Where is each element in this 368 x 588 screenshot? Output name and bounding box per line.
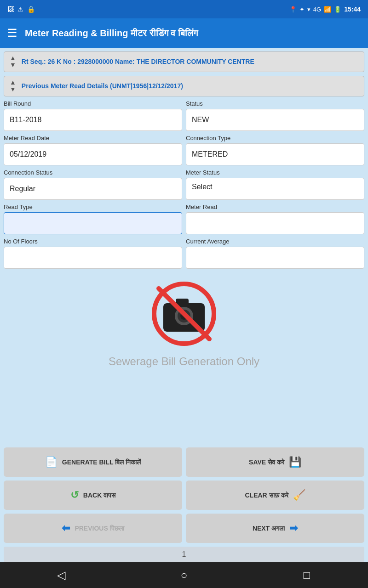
sewerage-text: Sewerage Bill Generation Only [0,351,368,377]
clear-icon: 🧹 [293,489,305,501]
expand-arrows[interactable]: ▲ ▼ [10,55,16,69]
arrow-up-icon: ▲ [10,55,16,62]
group-no-of-floors: No Of Floors [4,238,182,269]
info-banner[interactable]: ▲ ▼ Rt Seq.: 26 K No : 2928000000 Name: … [4,51,364,72]
read-type-input[interactable] [4,212,182,234]
back-button[interactable]: ↺ BACK वापस [4,481,182,510]
previous-label: PREVIOUS पिछला [75,525,124,532]
row-read-type-meter-read: Read Type Meter Read [4,204,364,234]
bill-round-input[interactable] [4,109,182,131]
save-icon: 💾 [289,456,301,468]
status-bar-right: 📍 ✦ ▾ 4G 📶 🔋 15:44 [289,6,361,13]
location-icon: 📍 [289,6,297,13]
generate-icon: 📄 [45,456,58,468]
row-conn-meter-status: Connection Status Meter Status Select [4,169,364,200]
signal-icon: 📶 [324,6,331,13]
group-status: Status [186,100,364,131]
info-banner-text: Rt Seq.: 26 K No : 2928000000 Name: THE … [22,58,254,65]
battery-icon: 🔋 [334,6,341,13]
row-bill-status: Bill Round Status [4,100,364,131]
generate-bill-button[interactable]: 📄 GENERATE BILL बिल निकालें [4,447,182,477]
current-average-input[interactable] [186,247,364,269]
connection-type-input[interactable] [186,143,364,165]
group-bill-round: Bill Round [4,100,182,131]
status-label: Status [186,100,364,107]
row-date-type: Meter Read Date Connection Type [4,135,364,165]
svg-rect-5 [176,299,189,305]
back-icon: ↺ [70,489,79,501]
bottom-nav: ◁ ○ □ [0,562,368,588]
nav-back-button[interactable]: ◁ [47,562,75,588]
previous-icon: ⬅ [62,522,70,534]
generate-bill-label: GENERATE BILL बिल निकालें [62,458,141,466]
connection-status-label: Connection Status [4,169,182,176]
app-bar: ☰ Meter Reading & Billing मीटर रीडिंग व … [0,18,368,48]
status-bar-left: 🖼 ⚠ 🔒 [7,6,35,13]
previous-button[interactable]: ⬅ PREVIOUS पिछला [4,514,182,543]
back-label: BACK वापस [83,492,115,499]
next-label: NEXT अगला [253,525,285,532]
menu-button[interactable]: ☰ [7,27,17,40]
prev-banner-text: Previous Meter Read Details (UNMT|1956|1… [22,82,183,90]
group-meter-read: Meter Read [186,204,364,234]
group-current-average: Current Average [186,238,364,269]
expand-arrows-prev[interactable]: ▲ ▼ [10,79,16,93]
no-of-floors-input[interactable] [4,247,182,269]
wifi-icon: ▾ [307,6,310,13]
next-button[interactable]: NEXT अगला ➡ [186,514,364,543]
status-input[interactable] [186,109,364,131]
clear-label: CLEAR साफ़ करे [245,492,288,499]
group-read-type: Read Type [4,204,182,234]
lock-icon: 🔒 [27,6,35,13]
status-bar: 🖼 ⚠ 🔒 📍 ✦ ▾ 4G 📶 🔋 15:44 [0,0,368,18]
arrow-down-icon: ▼ [10,62,16,68]
connection-type-label: Connection Type [186,135,364,141]
nav-recent-button[interactable]: □ [293,562,321,588]
row-floors-average: No Of Floors Current Average [4,238,364,269]
image-icon: 🖼 [7,6,14,13]
no-camera-icon [152,282,216,346]
buttons-area: 📄 GENERATE BILL बिल निकालें SAVE सेव करे… [0,447,368,543]
group-connection-type: Connection Type [186,135,364,165]
pagination: 1 [4,547,364,562]
meter-read-date-label: Meter Read Date [4,135,182,141]
connection-status-input[interactable] [4,178,182,200]
no-of-floors-label: No Of Floors [4,238,182,245]
arrow-down-prev-icon: ▼ [10,86,16,93]
4g-label: 4G [313,6,321,13]
btn-row-2: ↺ BACK वापस CLEAR साफ़ करे 🧹 [4,481,364,510]
save-button[interactable]: SAVE सेव करे 💾 [186,447,364,477]
arrow-up-prev-icon: ▲ [10,79,16,86]
time-display: 15:44 [344,6,361,13]
nav-home-button[interactable]: ○ [170,562,198,588]
group-meter-status: Meter Status Select [186,169,364,200]
btn-row-3: ⬅ PREVIOUS पिछला NEXT अगला ➡ [4,514,364,543]
main-content: ▲ ▼ Rt Seq.: 26 K No : 2928000000 Name: … [0,48,368,562]
save-label: SAVE सेव करे [249,458,284,466]
warning-icon: ⚠ [17,6,23,13]
meter-read-input[interactable] [186,212,364,234]
prev-meter-banner[interactable]: ▲ ▼ Previous Meter Read Details (UNMT|19… [4,76,364,96]
meter-status-label: Meter Status [186,169,364,176]
bluetooth-icon: ✦ [299,6,305,13]
app-bar-title: Meter Reading & Billing मीटर रीडिंग व बि… [25,28,198,39]
next-icon: ➡ [289,522,298,534]
bill-round-label: Bill Round [4,100,182,107]
group-connection-status: Connection Status [4,169,182,200]
btn-row-1: 📄 GENERATE BILL बिल निकालें SAVE सेव करे… [4,447,364,477]
camera-area[interactable] [0,272,368,351]
current-average-label: Current Average [186,238,364,245]
page-number: 1 [182,550,186,558]
meter-read-label: Meter Read [186,204,364,210]
form-area: Bill Round Status Meter Read Date Connec… [0,100,368,272]
clear-button[interactable]: CLEAR साफ़ करे 🧹 [186,481,364,510]
group-meter-read-date: Meter Read Date [4,135,182,165]
read-type-label: Read Type [4,204,182,210]
meter-read-date-input[interactable] [4,143,182,165]
meter-status-select[interactable]: Select [186,178,364,200]
